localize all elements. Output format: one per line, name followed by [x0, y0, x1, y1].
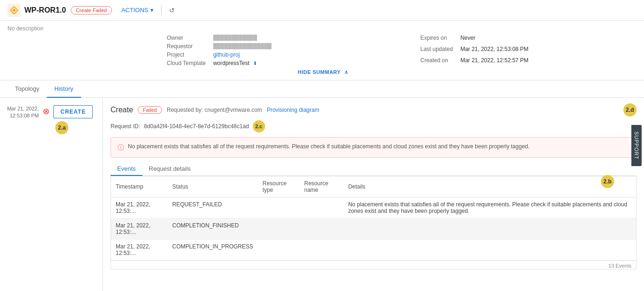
chevron-up-icon: ∧ [344, 69, 348, 75]
annotation-2c: 2.c [253, 120, 265, 132]
project-value[interactable]: github-proj [213, 51, 401, 58]
table-row: Mar 21, 2022, 12:53:...COMPLETION_IN_PRO… [111, 240, 636, 261]
timeline-date: Mar 21, 2022,12:53:08 PM [4, 105, 39, 120]
table-footer: 13 Events [111, 261, 636, 269]
support-tab[interactable]: SUPPORT [631, 125, 642, 166]
expires-value: Never [460, 35, 637, 44]
divider [161, 6, 162, 15]
main-tabs: Topology History [0, 80, 644, 98]
cloud-template-label: Cloud Template [167, 60, 206, 66]
requestor-label: Requestor [167, 43, 206, 50]
tab-topology[interactable]: Topology [7, 80, 47, 98]
status-badge: Create Failed [71, 6, 112, 15]
created-label: Created on [421, 57, 453, 66]
error-box: ⓘ No placement exists that satisfies all… [111, 137, 637, 158]
header: WP-ROR1.0 Create Failed ACTIONS ▾ ↺ [0, 0, 644, 21]
tab-events[interactable]: Events [111, 162, 142, 176]
warning-icon: ⓘ [118, 143, 124, 153]
col-resource-name: Resource name [299, 176, 343, 197]
download-icon: ⬇ [253, 60, 257, 66]
annotation-2d: 2.d [623, 103, 637, 116]
col-status: Status [168, 176, 258, 197]
table-header-row: Timestamp Status Resource type Resource … [111, 176, 636, 197]
cloud-template-value: wordpressTest ⬇ [213, 60, 401, 66]
annotation-2a: 2.a [55, 121, 68, 134]
owner-label: Owner [167, 35, 206, 41]
timeline: Mar 21, 2022,12:53:08 PM ⊗ CREATE 2.a [0, 98, 103, 291]
events-table-container[interactable]: Timestamp Status Resource type Resource … [111, 176, 637, 269]
chevron-down-icon: ▾ [150, 7, 154, 14]
last-updated-value: Mar 21, 2022, 12:53:08 PM [460, 46, 637, 55]
summary-grid: Owner ████████████ Requestor ███████████… [7, 35, 637, 66]
request-id-row: Request ID: 8d0a42f4-1048-4ec7-8e7d-6129… [111, 120, 637, 132]
request-id-label: Request ID: [111, 123, 140, 130]
events-table: Timestamp Status Resource type Resource … [111, 176, 636, 261]
table-row: Mar 21, 2022, 12:53:...COMPLETION_FINISH… [111, 218, 636, 240]
col-timestamp: Timestamp [111, 176, 168, 197]
last-updated-label: Last updated [421, 46, 453, 55]
failed-badge: Failed [138, 106, 162, 114]
no-description: No description [7, 25, 637, 32]
requestor-value: ████████████████ [213, 43, 401, 50]
timeline-item: Mar 21, 2022,12:53:08 PM ⊗ CREATE 2.a [4, 105, 99, 134]
table-row: Mar 21, 2022, 12:53:...REQUEST_FAILEDNo … [111, 197, 636, 218]
owner-value: ████████████ [213, 35, 401, 41]
requested-by: Requested by: cnugent@vmware.com [167, 107, 262, 113]
create-header: Create Failed Requested by: cnugent@vmwa… [111, 103, 637, 116]
table-wrapper: 2.b Timestamp Status Resource type Resou… [111, 176, 637, 269]
create-title: Create [111, 106, 133, 114]
error-circle-icon: ⊗ [43, 106, 50, 116]
logo-icon [7, 4, 21, 17]
provisioning-diagram-link[interactable]: Provisioning diagram [267, 107, 319, 113]
summary-fields-right: Expires on Never Last updated Mar 21, 20… [402, 35, 637, 66]
request-id-value: 8d0a42f4-1048-4ec7-8e7d-6129bc48c1ad [144, 123, 249, 130]
create-button[interactable]: CREATE [53, 105, 93, 118]
col-resource-type: Resource type [258, 176, 300, 197]
expires-label: Expires on [421, 35, 453, 44]
hide-summary-button[interactable]: HIDE SUMMARY ∧ [7, 66, 637, 78]
summary-section: No description Owner ████████████ Reques… [0, 21, 644, 80]
main-panel: Create Failed Requested by: cnugent@vmwa… [103, 98, 644, 291]
project-label: Project [167, 51, 206, 58]
annotation-2b: 2.b [601, 175, 614, 188]
app-title: WP-ROR1.0 [24, 6, 66, 15]
error-message: No placement exists that satisfies all o… [128, 142, 530, 153]
cloud-template-link[interactable]: wordpressTest [213, 60, 249, 66]
summary-fields-left: Owner ████████████ Requestor ███████████… [167, 35, 402, 66]
inner-tabs: Events Request details [111, 162, 637, 176]
logo: WP-ROR1.0 [7, 4, 66, 17]
tab-request-details[interactable]: Request details [142, 162, 198, 176]
history-content: Mar 21, 2022,12:53:08 PM ⊗ CREATE 2.a Cr… [0, 98, 644, 291]
tab-history[interactable]: History [47, 80, 81, 98]
col-details: Details [343, 176, 636, 197]
actions-button[interactable]: ACTIONS ▾ [121, 7, 154, 14]
created-value: Mar 21, 2022, 12:52:57 PM [460, 57, 637, 66]
refresh-button[interactable]: ↺ [169, 7, 175, 14]
